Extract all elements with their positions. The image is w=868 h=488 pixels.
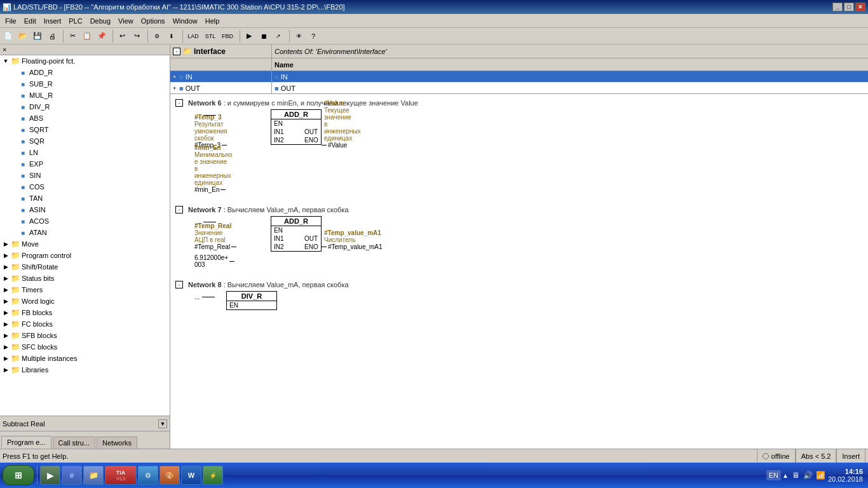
taskbar-app-tia[interactable]: TIA V13: [105, 466, 137, 485]
menu-edit[interactable]: Edit: [20, 16, 40, 26]
interface-collapse[interactable]: -: [173, 48, 180, 55]
iface-row-right-out[interactable]: ■ OUT: [272, 83, 868, 94]
menu-debug[interactable]: Debug: [86, 16, 114, 26]
tb-undo[interactable]: ↩: [115, 29, 129, 43]
expand-icon[interactable]: ▼: [1, 58, 10, 64]
tree-timers[interactable]: ▶ 📁 Timers: [0, 284, 170, 295]
tb-stop[interactable]: ⏹: [257, 29, 271, 43]
tree-floating-point[interactable]: ▼ 📁 Floating-point fct.: [0, 55, 170, 67]
tb-open[interactable]: 📂: [16, 29, 30, 43]
expand-mi-icon[interactable]: ▶: [1, 355, 10, 362]
scroll-down-btn[interactable]: ▼: [158, 419, 167, 428]
tree-sin[interactable]: ■ SIN: [0, 170, 170, 181]
tb-compile[interactable]: ⚙: [150, 29, 164, 43]
tree-fc-blocks[interactable]: ▶ 📁 FC blocks: [0, 318, 170, 330]
tree-div-r[interactable]: ■ DIV_R: [0, 101, 170, 112]
tree-sfc-blocks[interactable]: ▶ 📁 SFC blocks: [0, 341, 170, 353]
left-panel-close[interactable]: ×: [0, 44, 170, 55]
taskbar-app-ie[interactable]: e: [62, 466, 82, 485]
menu-help[interactable]: Help: [201, 16, 224, 26]
menu-window[interactable]: Window: [169, 16, 201, 26]
tree-move[interactable]: ▶ 📁 Move: [0, 238, 170, 250]
tb-copy[interactable]: 📋: [80, 29, 94, 43]
tree-sub-r[interactable]: ■ SUB_R: [0, 78, 170, 90]
expand-fc-icon[interactable]: ▶: [1, 321, 10, 327]
tb-step[interactable]: ↗: [271, 29, 285, 43]
expand-sfb-icon[interactable]: ▶: [1, 332, 10, 339]
tree-multiple-instances[interactable]: ▶ 📁 Multiple instances: [0, 353, 170, 364]
tb-save[interactable]: 💾: [31, 29, 44, 43]
expand-sr-icon[interactable]: ▶: [1, 264, 10, 270]
tab-program[interactable]: Program e...: [1, 436, 51, 449]
taskbar-app-lad-active[interactable]: ⚡: [203, 466, 223, 485]
tb-print[interactable]: 🖨: [45, 29, 59, 43]
tree-exp[interactable]: ■ EXP: [0, 158, 170, 170]
network-area[interactable]: - Network 6 : и суммируем с minEn, и пол…: [170, 94, 868, 449]
close-button[interactable]: ✕: [855, 3, 865, 11]
expand-lib-icon[interactable]: ▶: [1, 367, 10, 373]
menu-insert[interactable]: Insert: [40, 16, 65, 26]
expand-timers-icon[interactable]: ▶: [1, 287, 10, 293]
tab-call-structure[interactable]: Call stru...: [53, 437, 96, 449]
tree-sqrt[interactable]: ■ SQRT: [0, 124, 170, 135]
tb-stl[interactable]: STL: [202, 29, 219, 43]
taskbar-app-simatic[interactable]: ⚙: [138, 466, 158, 485]
expand-wl-icon[interactable]: ▶: [1, 298, 10, 304]
tb-download[interactable]: ⬇: [165, 29, 179, 43]
expand-pc-icon[interactable]: ▶: [1, 252, 10, 259]
tree-add-r[interactable]: ■ ADD_R: [0, 67, 170, 78]
tree-fb-blocks[interactable]: ▶ 📁 FB blocks: [0, 307, 170, 318]
restore-button[interactable]: □: [844, 3, 854, 11]
taskbar-app-explorer[interactable]: 📁: [83, 466, 104, 485]
volume-tray-icon[interactable]: 🔊: [803, 470, 814, 481]
network-6-collapse[interactable]: -: [175, 99, 183, 107]
tree-ln[interactable]: ■ LN: [0, 147, 170, 158]
tree-acos[interactable]: ■ ACOS: [0, 215, 170, 227]
tab-networks[interactable]: Networks: [97, 437, 137, 449]
menu-file[interactable]: File: [1, 16, 20, 26]
tb-new[interactable]: 📄: [1, 29, 15, 43]
tree-libraries[interactable]: ▶ 📁 Libraries: [0, 364, 170, 376]
instruction-tree[interactable]: ▼ 📁 Floating-point fct. ■ ADD_R ■ SUB_R …: [0, 55, 170, 416]
tb-fbd[interactable]: FBD: [219, 29, 236, 43]
expand-sfc-icon[interactable]: ▶: [1, 344, 10, 350]
tree-asin[interactable]: ■ ASIN: [0, 204, 170, 215]
tb-run[interactable]: ▶: [242, 29, 256, 43]
left-panel: × ▼ 📁 Floating-point fct. ■ ADD_R ■ SUB_…: [0, 44, 170, 449]
tb-cut[interactable]: ✂: [65, 29, 79, 43]
menu-view[interactable]: View: [114, 16, 137, 26]
minimize-button[interactable]: _: [832, 3, 843, 11]
tb-redo[interactable]: ↪: [130, 29, 144, 43]
tree-program-control[interactable]: ▶ 📁 Program control: [0, 250, 170, 261]
expand-move-icon[interactable]: ▶: [1, 241, 10, 247]
menu-options[interactable]: Options: [137, 16, 169, 26]
menu-plc[interactable]: PLC: [65, 16, 86, 26]
taskbar-app-word[interactable]: W: [181, 466, 201, 485]
taskbar-app-paint[interactable]: 🎨: [159, 466, 180, 485]
network-7-collapse[interactable]: -: [175, 206, 183, 214]
tree-status-bits[interactable]: ▶ 📁 Status bits: [0, 273, 170, 284]
tree-word-logic[interactable]: ▶ 📁 Word logic: [0, 295, 170, 307]
expand-fb-icon[interactable]: ▶: [1, 309, 10, 316]
iface-row-out[interactable]: + ■ OUT: [170, 83, 271, 93]
taskbar-app-1[interactable]: ▶: [40, 466, 60, 485]
tb-help[interactable]: ?: [306, 29, 320, 43]
expand-tray-icon[interactable]: ▲: [782, 472, 789, 479]
tree-sqr[interactable]: ■ SQR: [0, 135, 170, 147]
iface-row-right-in[interactable]: ■ IN: [272, 71, 868, 83]
iface-row-in[interactable]: + ■ IN: [170, 71, 271, 83]
tree-atan[interactable]: ■ ATAN: [0, 227, 170, 238]
tb-lad[interactable]: LAD: [185, 29, 201, 43]
tree-sfb-blocks[interactable]: ▶ 📁 SFB blocks: [0, 330, 170, 341]
tree-cos[interactable]: ■ COS: [0, 181, 170, 193]
network-8-collapse[interactable]: -: [175, 281, 183, 288]
tree-abs[interactable]: ■ ABS: [0, 112, 170, 124]
tree-mul-r[interactable]: ■ MUL_R: [0, 90, 170, 101]
tb-monitor[interactable]: 👁: [292, 29, 306, 43]
tree-tan[interactable]: ■ TAN: [0, 193, 170, 204]
tree-shift-rotate[interactable]: ▶ 📁 Shift/Rotate: [0, 261, 170, 273]
expand-sb-icon[interactable]: ▶: [1, 275, 10, 281]
tb-paste[interactable]: 📌: [95, 29, 109, 43]
func-icon-tan: ■: [18, 193, 28, 203]
start-button[interactable]: ⊞: [3, 465, 34, 485]
